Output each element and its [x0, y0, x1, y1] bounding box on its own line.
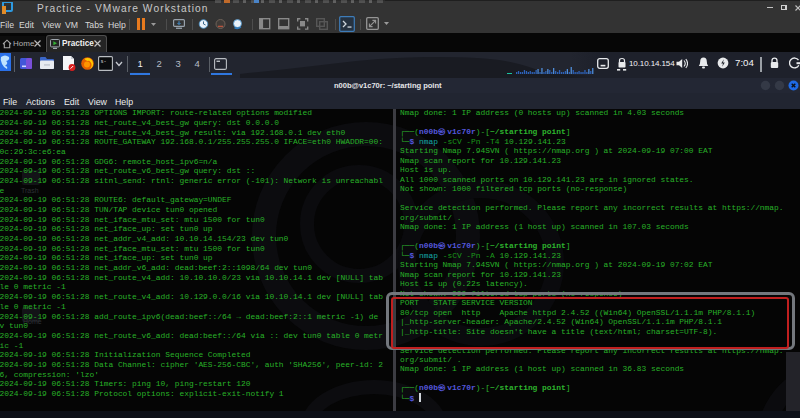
svg-text:s-: s-: [101, 59, 107, 65]
